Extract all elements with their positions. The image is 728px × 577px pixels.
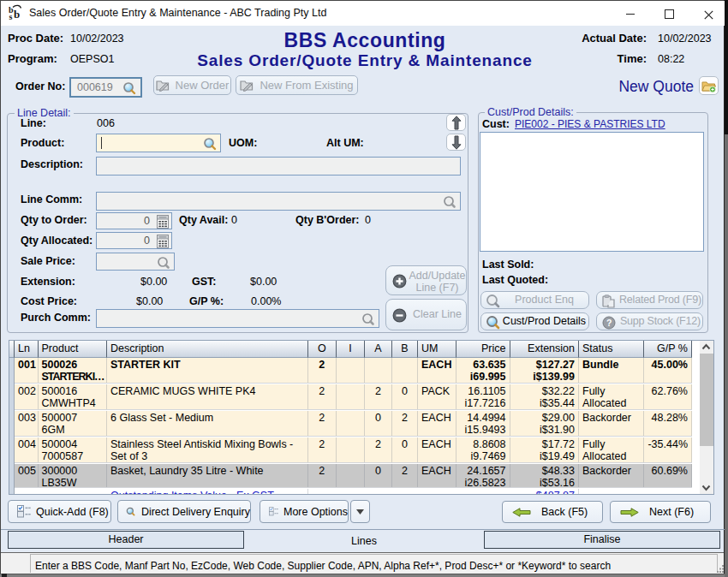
svg-text:s: s	[9, 12, 13, 21]
svg-text:b: b	[14, 8, 20, 21]
svg-text:?: ?	[606, 318, 612, 328]
